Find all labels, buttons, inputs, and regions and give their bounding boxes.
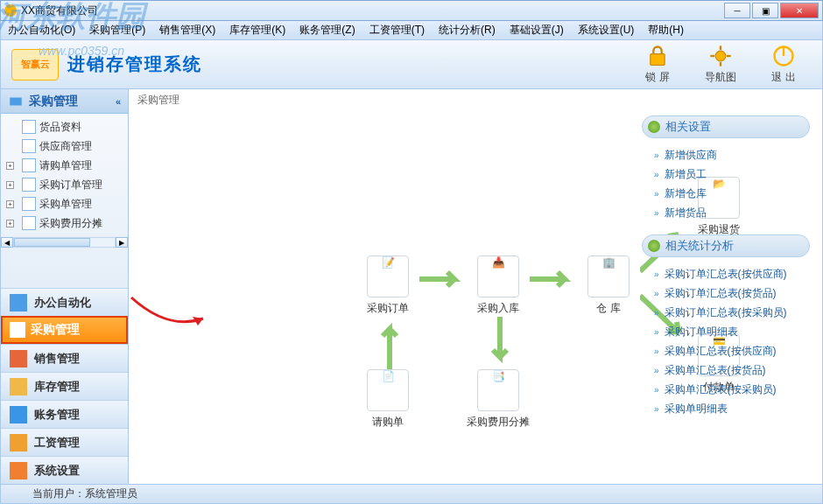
group-header: 相关设置 xyxy=(642,116,810,138)
status-user: 系统管理员 xyxy=(85,486,137,501)
report-link[interactable]: »采购单汇总表(按供应商) xyxy=(642,341,810,360)
quick-link[interactable]: »新增供应商 xyxy=(642,145,810,164)
doc-icon xyxy=(22,139,36,153)
menu-item[interactable]: 销售管理(X) xyxy=(152,23,222,38)
flow-node-cost[interactable]: 📑采购费用分摊 xyxy=(467,369,530,430)
gear-icon xyxy=(708,44,733,68)
lock-icon xyxy=(645,44,670,68)
tree-item[interactable]: +请购单管理 xyxy=(1,156,128,175)
doc-icon xyxy=(22,120,36,134)
chevron-down-icon: « xyxy=(116,96,121,107)
accordion-item[interactable]: 销售管理 xyxy=(1,344,128,372)
maximize-button[interactable]: ▣ xyxy=(752,3,778,18)
tree-scrollbar[interactable]: ◀ ▶ xyxy=(1,236,128,248)
report-link[interactable]: »采购订单汇总表(按供应商) xyxy=(642,264,810,284)
module-icon xyxy=(10,434,27,452)
inbound-icon: 📥 xyxy=(477,256,519,298)
request-icon: 📄 xyxy=(367,369,409,411)
expand-icon[interactable]: + xyxy=(6,181,14,189)
expand-icon[interactable]: + xyxy=(6,200,14,208)
menu-item[interactable]: 帮助(H) xyxy=(641,23,691,38)
quick-link[interactable]: »新增仓库 xyxy=(642,184,810,203)
tree-item[interactable]: 供应商管理 xyxy=(1,136,128,156)
menu-item[interactable]: 办公自动化(O) xyxy=(1,23,82,38)
tree-item[interactable]: 货品资料 xyxy=(1,117,128,136)
report-link[interactable]: »采购订单汇总表(按货品) xyxy=(642,284,810,303)
arrow-icon xyxy=(489,317,510,369)
report-link[interactable]: »采购订单汇总表(按采购员) xyxy=(642,303,810,322)
cart-icon xyxy=(8,94,24,109)
close-button[interactable]: ✕ xyxy=(780,3,819,18)
svg-rect-9 xyxy=(10,294,27,312)
lock-button[interactable]: 锁 屏 xyxy=(645,44,670,85)
tree-item[interactable]: +采购单管理 xyxy=(1,194,128,214)
svg-rect-10 xyxy=(10,322,25,338)
app-icon xyxy=(4,4,17,17)
flow-node-inbound[interactable]: 📥采购入库 xyxy=(467,256,530,316)
menu-item[interactable]: 账务管理(Z) xyxy=(292,23,362,38)
power-icon xyxy=(771,44,796,68)
report-link[interactable]: »采购单汇总表(按货品) xyxy=(642,360,810,380)
cost-icon: 📑 xyxy=(477,369,519,411)
titlebar: XX商贸有限公司 ─ ▣ ✕ xyxy=(0,0,823,21)
expand-icon[interactable]: + xyxy=(6,220,14,228)
quick-link[interactable]: »新增员工 xyxy=(642,164,810,184)
report-link[interactable]: »采购订单明细表 xyxy=(642,322,810,341)
sidebar: 采购管理 « 货品资料 供应商管理 +请购单管理 +采购订单管理 +采购单管理 … xyxy=(1,89,129,484)
svg-rect-14 xyxy=(10,434,27,452)
doc-icon xyxy=(22,216,36,230)
report-link[interactable]: »采购单汇总表(按采购员) xyxy=(642,380,810,399)
window-title: XX商贸有限公司 xyxy=(21,4,98,18)
expand-icon[interactable]: + xyxy=(6,162,14,170)
menu-item[interactable]: 系统设置(U) xyxy=(571,23,642,38)
accordion-item[interactable]: 库存管理 xyxy=(1,372,128,400)
flow-node-order[interactable]: 📝采购订单 xyxy=(356,256,419,316)
right-panel: 相关设置 »新增供应商 »新增员工 »新增仓库 »新增货品 相关统计分析 »采购… xyxy=(642,116,810,418)
sidebar-header[interactable]: 采购管理 « xyxy=(1,89,128,114)
svg-rect-8 xyxy=(10,97,22,105)
scroll-right-icon[interactable]: ▶ xyxy=(116,237,128,248)
menu-item[interactable]: 库存管理(K) xyxy=(222,23,292,38)
sidebar-tree: 货品资料 供应商管理 +请购单管理 +采购订单管理 +采购单管理 +采购费用分摊… xyxy=(1,114,128,288)
report-link[interactable]: »采购单明细表 xyxy=(642,399,810,418)
group-header: 相关统计分析 xyxy=(642,234,810,257)
doc-icon xyxy=(22,178,36,192)
minimize-button[interactable]: ─ xyxy=(724,3,750,18)
svg-rect-13 xyxy=(10,406,27,424)
exit-button[interactable]: 退 出 xyxy=(771,44,796,85)
accordion-item[interactable]: 办公自动化 xyxy=(1,288,128,316)
order-icon: 📝 xyxy=(367,256,409,298)
accordion-item[interactable]: 账务管理 xyxy=(1,400,128,428)
flow-node-warehouse[interactable]: 🏢仓 库 xyxy=(577,256,640,316)
quick-link[interactable]: »新增货品 xyxy=(642,203,810,222)
menu-item[interactable]: 工资管理(T) xyxy=(362,23,432,38)
flow-node-request[interactable]: 📄请购单 xyxy=(356,369,419,430)
module-icon xyxy=(10,378,27,396)
svg-rect-12 xyxy=(10,378,27,396)
scroll-left-icon[interactable]: ◀ xyxy=(1,237,13,248)
module-icon xyxy=(10,322,25,338)
module-icon xyxy=(10,406,27,424)
tree-item[interactable]: +采购费用分摊 xyxy=(1,214,128,233)
watermark-url: www.pc0359.cn xyxy=(39,44,124,58)
module-icon xyxy=(10,350,27,368)
module-icon xyxy=(10,462,27,480)
tree-item[interactable]: +采购订单管理 xyxy=(1,175,128,194)
menu-item[interactable]: 采购管理(P) xyxy=(82,23,152,38)
menu-item[interactable]: 基础设置(J) xyxy=(503,23,571,38)
module-icon xyxy=(10,294,27,312)
content-area: 采购管理 📝采购订单 📥采购入库 🏢仓 库 📂采购退货 💳付款单 📄请购单 📑采… xyxy=(129,89,822,484)
accordion-item-active[interactable]: 采购管理 xyxy=(1,316,128,344)
menu-item[interactable]: 统计分析(R) xyxy=(432,23,503,38)
arrow-icon xyxy=(530,269,577,290)
nav-button[interactable]: 导航图 xyxy=(705,44,736,85)
arrow-icon xyxy=(419,269,467,290)
arrow-icon xyxy=(379,317,400,369)
accordion-item[interactable]: 工资管理 xyxy=(1,428,128,456)
breadcrumb: 采购管理 xyxy=(129,89,822,108)
warehouse-icon: 🏢 xyxy=(587,256,630,298)
svg-rect-0 xyxy=(651,54,665,66)
svg-rect-15 xyxy=(10,462,27,480)
accordion-item[interactable]: 系统设置 xyxy=(1,456,128,484)
menubar: 办公自动化(O) 采购管理(P) 销售管理(X) 库存管理(K) 账务管理(Z)… xyxy=(0,21,823,40)
